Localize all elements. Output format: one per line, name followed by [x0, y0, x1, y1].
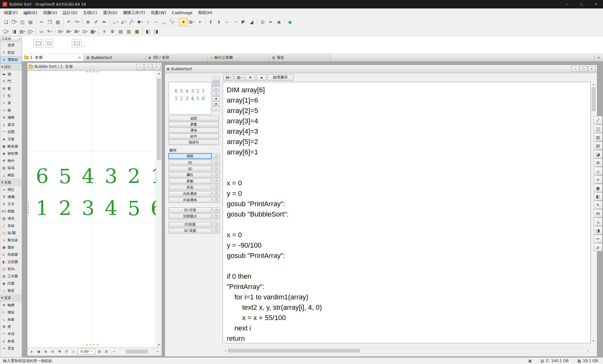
minimize-button[interactable]: ─	[560, 0, 574, 8]
toolbar-button[interactable]: ✦	[179, 18, 187, 26]
scrollbar-thumb[interactable]	[592, 87, 595, 111]
preview-option-button[interactable]: ▭	[213, 81, 220, 86]
scroll-up-icon[interactable]: ▲	[591, 82, 596, 87]
script-type-button[interactable]: 樣板	[169, 153, 211, 159]
maximize-button[interactable]: □	[580, 66, 587, 72]
minimize-button[interactable]: ─	[572, 66, 579, 72]
horizontal-scrollbar[interactable]: ◄ ►	[223, 348, 591, 353]
toolbar-button[interactable]: ✒	[267, 18, 275, 26]
toolbox-section[interactable]: ▼設計	[0, 63, 22, 71]
toolbox-tool[interactable]: ❖物件	[0, 157, 22, 164]
script-nav-button[interactable]: ▤▾	[223, 74, 233, 81]
toolbar-button[interactable]: ×	[196, 18, 204, 26]
toolbox-tool[interactable]: ⊏剖面圖	[0, 251, 22, 258]
toolbar-button[interactable]: ╱▾	[128, 18, 136, 26]
toolbox-tool[interactable]: △網面	[0, 172, 22, 179]
toolbox-tool[interactable]: ╱直線	[0, 222, 22, 229]
toolbar-button[interactable]: ⊞▾	[65, 27, 73, 35]
toolbox-tool[interactable]: ⊞窗	[0, 85, 22, 92]
side-tool-button[interactable]: ⊞	[594, 158, 602, 167]
open-in-window-icon[interactable]: ❐	[213, 214, 220, 219]
toolbar-button[interactable]: ✂	[37, 18, 46, 26]
script-type-button[interactable]: 向前遷移	[169, 191, 211, 196]
scroll-right-icon[interactable]: ►	[155, 350, 160, 353]
view-control-button[interactable]: ▸	[29, 348, 35, 355]
script-type-button[interactable]: 界面	[169, 185, 211, 190]
menu-item[interactable]: 檔案(F)	[1, 8, 21, 17]
scrollbar-thumb[interactable]	[126, 350, 148, 353]
gdl-script-editor[interactable]: DIM array[6]array[1]=6array[2]=5array[3]…	[223, 82, 591, 343]
close-button[interactable]: ×	[588, 66, 595, 72]
toolbox-tool[interactable]: ↖箭頭	[0, 49, 22, 56]
toolbox-tool[interactable]: ◧立面圖	[0, 258, 22, 265]
toolbox-tool[interactable]: ⊡選取框	[0, 56, 22, 63]
toolbar-button[interactable]: ⇞	[207, 18, 215, 26]
section-button[interactable]: 遷移	[169, 128, 219, 133]
view-tab[interactable]: 1. 首層 ×	[22, 54, 84, 61]
toolbox-tool[interactable]: △變更	[0, 287, 22, 294]
toolbox-tool[interactable]: A文字	[0, 201, 22, 208]
preview-option-button[interactable]: ▦	[213, 101, 220, 106]
toolbox-tool[interactable]: ▨區域	[0, 164, 22, 172]
rotation-field[interactable]: 0.00° ▾	[78, 349, 95, 354]
toolbar-button[interactable]: ◨	[152, 27, 160, 35]
toolbox-tool[interactable]: ▭板	[0, 107, 22, 114]
toolbar-button[interactable]: ∟▾	[111, 18, 119, 26]
toolbar-button[interactable]: ▦▾	[89, 27, 97, 35]
toolbox-tool[interactable]: ∟角窗	[0, 316, 22, 323]
open-in-window-icon[interactable]: ❐	[213, 207, 220, 213]
toolbar-button[interactable]: ↷▾	[73, 18, 81, 26]
toolbar-button[interactable]: ╲▾	[168, 18, 177, 26]
toolbar-button[interactable]: ❐▾	[10, 18, 18, 26]
toolbox-tool[interactable]: ❂燈	[0, 323, 22, 330]
toolbar-button[interactable]: ≣	[108, 27, 117, 35]
open-in-window-icon[interactable]: ❐	[213, 222, 220, 227]
toolbar-button[interactable]: ○	[144, 18, 152, 26]
toolbox-tool[interactable]: ◉詳圖	[0, 280, 22, 287]
toolbar-button[interactable]: ◢	[247, 18, 256, 26]
toolbar-button[interactable]: ◤	[239, 18, 247, 26]
section-button[interactable]: 描述符	[169, 140, 219, 145]
script-type-button[interactable]: 屬性	[169, 172, 211, 178]
open-in-window-icon[interactable]: ❐	[213, 185, 220, 190]
tab-overflow-button[interactable]: ▾	[594, 54, 603, 61]
toolbar-button[interactable]: ∠▾	[119, 18, 128, 26]
toolbox-tool[interactable]: ▧填充	[0, 215, 22, 222]
side-tool-button[interactable]: ╱	[594, 116, 602, 124]
toolbox-tool[interactable]: A1標籤	[0, 208, 22, 215]
view-control-button[interactable]: ⊞	[96, 348, 103, 355]
plan-window-titlebar[interactable]: Bubble Sort / 1. 首層 ─ □ ×	[27, 63, 162, 71]
view-control-button[interactable]: ↺	[63, 348, 70, 355]
preview-option-button[interactable]: ◉	[213, 96, 220, 101]
toolbar-button[interactable]: ≡	[100, 27, 108, 35]
toolbar-button[interactable]: ✎▾	[46, 27, 54, 35]
view-tab[interactable]: 報告	[269, 54, 331, 61]
toolbar-button[interactable]: ▥	[125, 27, 133, 35]
scrollbar-thumb[interactable]	[228, 349, 360, 352]
menu-item[interactable]: 文檔(C)	[80, 8, 100, 17]
menu-item[interactable]: 視圖(V)	[40, 8, 60, 17]
side-tool-button[interactable]: M	[594, 209, 602, 217]
toolbar-button[interactable]: ⊟▾	[57, 27, 65, 35]
resource-button[interactable]: 預覽圖片	[169, 214, 211, 219]
scrollbar-thumb[interactable]	[157, 78, 161, 160]
section-button[interactable]: 組件	[169, 134, 219, 139]
toolbox-tool[interactable]: ∿聚合線	[0, 237, 22, 244]
open-in-window-icon[interactable]: ❐	[213, 166, 220, 171]
toolbox-tool[interactable]: ▣圖形	[0, 244, 22, 251]
open-in-window-icon[interactable]: ❐	[213, 228, 220, 233]
toolbar-button[interactable]: ⊡	[258, 18, 267, 26]
view-control-button[interactable]: ✥	[56, 348, 63, 355]
toolbox-tool[interactable]: ▦帷幕牆	[0, 143, 22, 150]
view-tab[interactable]: 南向立面圖	[208, 54, 269, 61]
vertical-scrollbar[interactable]: ▲ ▼	[156, 71, 161, 347]
toolbox-section[interactable]: ▼更多	[0, 294, 22, 302]
open-in-window-icon[interactable]: ❐	[213, 160, 220, 165]
toolbox-tool[interactable]: ⊢牆端	[0, 309, 22, 316]
floor-plan-canvas[interactable]: 6 5 4 3 2 1 1 2 3 4 5 6	[28, 71, 156, 347]
section-button[interactable]: 參數	[169, 122, 219, 127]
toolbox-tool[interactable]: ⌂屋頂	[0, 121, 22, 128]
toolbar-button[interactable]: ◫	[18, 18, 26, 26]
view-tab[interactable]: BubbleSort	[84, 54, 146, 61]
marquee-option-button[interactable]	[72, 39, 82, 48]
